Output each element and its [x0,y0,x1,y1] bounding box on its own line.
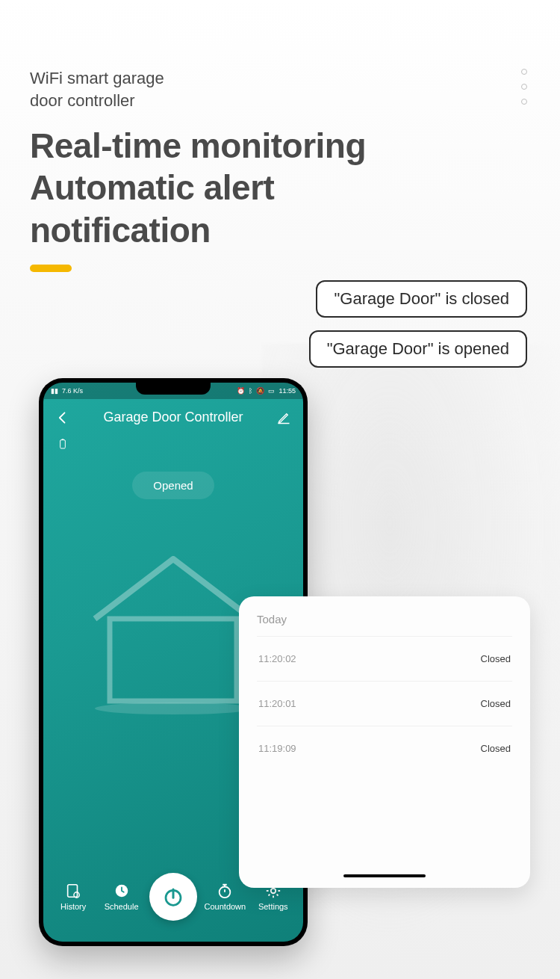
power-button[interactable] [149,873,197,921]
nav-schedule-label: Schedule [105,902,139,911]
nav-schedule[interactable]: Schedule [102,883,142,911]
svg-point-3 [95,702,252,714]
dnd-icon: 🔕 [256,387,264,395]
log-entry[interactable]: 11:19:09 Closed [257,726,512,770]
log-entry[interactable]: 11:20:02 Closed [257,636,512,681]
headline: Real-time monitoringAutomatic alertnotif… [30,125,530,250]
log-state: Closed [481,743,511,754]
log-state: Closed [481,698,511,709]
device-battery-row [43,433,303,464]
log-time: 11:19:09 [258,743,296,754]
notification-bubble-opened: "Garage Door" is opened [309,330,527,368]
history-icon [65,883,81,899]
alarm-icon: ⏰ [237,387,245,395]
log-header: Today [257,613,512,636]
nav-countdown[interactable]: Countdown [205,883,245,911]
svg-rect-0 [60,440,66,448]
log-time: 11:20:01 [258,698,296,709]
back-button[interactable] [55,410,70,425]
clock-icon [113,883,130,899]
history-log-panel: Today 11:20:02 Closed 11:20:01 Closed 11… [239,596,530,888]
power-icon [162,886,184,908]
nav-history-label: History [60,902,86,911]
door-status-pill[interactable]: Opened [132,472,214,499]
signal-icon: ▮▮ [51,387,58,395]
bluetooth-icon: ᛒ [249,387,252,395]
product-label: WiFi smart garagedoor controller [30,67,530,111]
status-time: 11:55 [279,387,296,395]
network-speed: 7.6 K/s [62,387,83,395]
log-entry[interactable]: 11:20:01 Closed [257,681,512,726]
phone-notch [136,383,211,395]
notification-bubble-closed: "Garage Door" is closed [316,280,527,318]
edit-button[interactable] [276,410,291,425]
device-battery-icon [57,436,69,452]
nav-countdown-label: Countdown [205,902,246,911]
dots-decor [521,69,527,105]
nav-history[interactable]: History [53,883,93,911]
log-time: 11:20:02 [258,653,296,664]
app-header: Garage Door Controller [43,399,303,433]
nav-settings-label: Settings [258,902,288,911]
svg-rect-2 [110,619,237,701]
home-indicator[interactable] [343,874,426,877]
garage-illustration [87,552,259,716]
app-title: Garage Door Controller [103,410,243,425]
log-state: Closed [481,653,511,664]
svg-point-9 [271,889,276,893]
svg-rect-4 [68,885,78,898]
accent-bar [30,265,72,272]
svg-rect-1 [62,439,64,439]
battery-icon: ▭ [268,387,275,395]
stopwatch-icon [217,883,233,899]
page-header: WiFi smart garagedoor controller Real-ti… [0,0,560,272]
